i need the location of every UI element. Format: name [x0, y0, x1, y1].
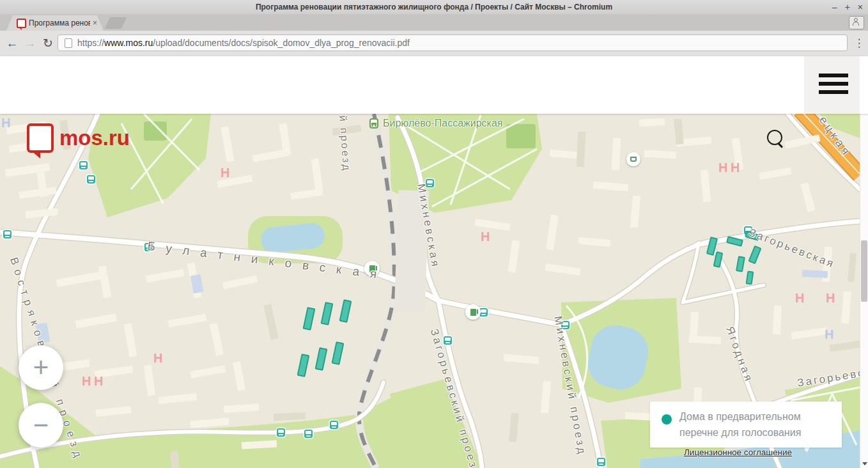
building-slab	[546, 214, 559, 250]
hospital-icon: Н	[153, 352, 162, 364]
profile-button[interactable]	[849, 16, 864, 29]
building-slab	[274, 412, 306, 421]
building-slab	[541, 381, 551, 414]
building-slab	[56, 272, 101, 287]
building-slab	[800, 182, 815, 212]
building-slab	[144, 364, 156, 396]
house-marker[interactable]	[332, 341, 345, 365]
house-marker[interactable]	[748, 246, 761, 265]
bus-stop-icon	[597, 458, 605, 466]
hospital-icon: Н	[481, 230, 490, 243]
tab-close-icon[interactable]: ×	[93, 19, 97, 27]
map-canvas[interactable]: ННННННННННН Булатниковская Востряковский…	[0, 114, 860, 468]
building-slab	[221, 126, 234, 162]
close-button[interactable]: ×	[858, 0, 863, 14]
window-controls: – + ×	[832, 0, 863, 14]
legend-dot-icon	[662, 414, 672, 425]
building-slab	[848, 253, 856, 283]
mosru-logo[interactable]: mos.ru	[27, 123, 130, 153]
house-marker[interactable]	[297, 354, 310, 377]
building-slab	[802, 270, 828, 278]
map-legend: Дома в предварительном перечне для голос…	[650, 402, 842, 448]
building-slab	[159, 393, 198, 404]
house-marker[interactable]	[339, 299, 352, 323]
house-marker[interactable]	[315, 347, 328, 371]
building-slab	[630, 196, 640, 228]
window-titlebar: Программа реновации пятиэтажного жилищно…	[0, 0, 868, 15]
building-slab	[210, 323, 224, 355]
building-slab	[222, 275, 258, 289]
building-slab	[545, 263, 581, 276]
bus-stop-icon	[87, 175, 95, 183]
bus-stop-icon	[277, 428, 285, 437]
building-slab	[577, 132, 586, 168]
building-slab	[593, 182, 629, 192]
hospital-icon: Н	[826, 292, 835, 304]
hamburger-menu-button[interactable]	[819, 74, 848, 97]
search-icon	[767, 130, 782, 145]
scrollbar-down-arrow-icon[interactable]	[862, 462, 867, 465]
maximize-button[interactable]: +	[845, 0, 850, 14]
reload-button[interactable]: ↻	[40, 31, 56, 56]
browser-tab[interactable]: Программа реноваци ×	[6, 15, 104, 31]
house-marker[interactable]	[726, 236, 743, 247]
hospital-icon: Н	[718, 161, 727, 174]
school-icon: Н	[1, 116, 10, 129]
hospital-icon: Н	[731, 161, 740, 174]
building-slab	[233, 361, 245, 391]
building-slab	[674, 119, 683, 145]
hospital-icon: Н	[221, 166, 229, 179]
building-slab	[311, 158, 323, 191]
url-path: /upload/documents/docs/spisok_domov_dlya…	[153, 38, 410, 48]
building-slab	[19, 187, 57, 199]
mosru-bubble-icon	[27, 123, 54, 153]
forward-button[interactable]: →	[22, 31, 38, 56]
url-bar[interactable]: https://www.mos.ru/upload/documents/docs…	[58, 35, 848, 51]
url-text: https://www.mos.ru/upload/documents/docs…	[77, 38, 410, 48]
train-icon	[369, 118, 378, 129]
house-marker[interactable]	[746, 270, 754, 285]
hospital-icon: Н	[94, 375, 103, 387]
page-scrollbar[interactable]	[860, 56, 868, 468]
license-agreement-link[interactable]: Лицензионное соглашение	[684, 448, 792, 457]
building-slab	[791, 327, 827, 339]
window-title: Программа реновации пятиэтажного жилищно…	[256, 3, 612, 12]
house-marker[interactable]	[736, 256, 745, 272]
zoom-in-button[interactable]: +	[19, 345, 63, 390]
bus-stop-icon	[444, 336, 452, 345]
building-slab	[170, 451, 180, 468]
zoom-out-button[interactable]: −	[19, 403, 63, 448]
building-slab	[224, 403, 260, 413]
tab-title: Программа реноваци	[29, 19, 90, 27]
house-marker[interactable]	[713, 251, 724, 268]
shop-icon	[626, 152, 640, 166]
building-slab	[146, 269, 185, 283]
menu-panel	[804, 56, 860, 114]
minimize-button[interactable]: –	[832, 0, 837, 14]
browser-menu-button[interactable]: ⋮	[853, 31, 865, 56]
building-slab	[475, 219, 511, 231]
building-slab	[290, 189, 323, 200]
house-marker[interactable]	[321, 302, 334, 325]
back-button[interactable]: ←	[4, 31, 20, 56]
building-slab	[263, 304, 278, 339]
railway-station: Бирюлёво-Пассажирская	[369, 118, 503, 129]
school-icon: Н	[825, 328, 833, 341]
building-slab	[701, 170, 711, 203]
hospital-icon: Н	[82, 375, 91, 387]
building-slab	[508, 240, 520, 272]
building-slab	[98, 265, 112, 298]
building-slab	[759, 168, 791, 180]
building-slab	[96, 406, 132, 417]
tab-favicon-mosru-icon	[17, 19, 26, 28]
building-slab	[190, 417, 229, 428]
bus-stop-icon	[304, 430, 313, 438]
scrollbar-thumb[interactable]	[861, 240, 867, 302]
building-slab	[841, 292, 851, 324]
building-slab	[690, 312, 699, 338]
house-marker[interactable]	[303, 307, 316, 331]
building-slab	[124, 323, 137, 357]
new-tab-button[interactable]	[105, 17, 127, 29]
building-slab	[578, 237, 611, 247]
search-button[interactable]	[764, 129, 787, 152]
